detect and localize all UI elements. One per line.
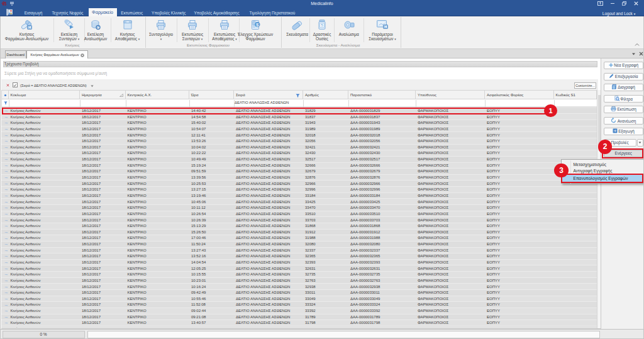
svg-text:$: $ xyxy=(256,21,259,27)
svg-text:5: 5 xyxy=(321,23,323,27)
